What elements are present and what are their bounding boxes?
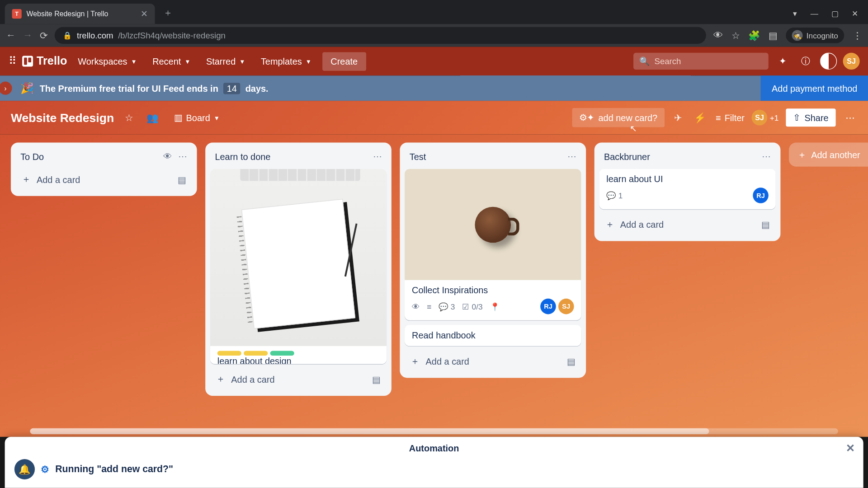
plus-icon: ＋ [410, 356, 420, 367]
board-view-switcher[interactable]: ▥Board▼ [169, 109, 224, 126]
menu-templates[interactable]: Templates▼ [256, 52, 316, 70]
list-title[interactable]: Backbruner [604, 151, 650, 162]
card[interactable]: learn about UI 💬 1 RJ [599, 169, 775, 209]
template-icon[interactable]: ▤ [372, 374, 381, 385]
share-icon: ⇧ [793, 112, 801, 123]
reload-icon[interactable]: ⟳ [40, 30, 47, 41]
compass-icon[interactable]: ✦ [774, 53, 791, 70]
expand-sidebar-button[interactable]: › [0, 82, 12, 95]
template-icon[interactable]: ▤ [178, 174, 186, 185]
bolt-icon[interactable]: ⚡ [692, 109, 708, 126]
chevron-down-icon: ▼ [239, 58, 245, 65]
close-window-icon[interactable]: ✕ [852, 9, 859, 18]
member-avatar[interactable]: RJ [540, 299, 556, 314]
visibility-icon[interactable]: 👥 [144, 109, 161, 126]
scrollbar-thumb[interactable] [30, 428, 708, 434]
close-icon[interactable]: ✕ [846, 441, 855, 455]
menu-workspaces[interactable]: Workspaces▼ [73, 52, 142, 70]
board-title[interactable]: Website Redesign [11, 111, 114, 125]
label-icon[interactable] [244, 351, 268, 356]
board-icon: ▥ [174, 112, 183, 123]
close-tab-icon[interactable]: ✕ [141, 9, 148, 19]
new-tab-button[interactable]: ＋ [163, 7, 173, 19]
kebab-menu-icon[interactable]: ⋮ [853, 30, 862, 41]
watch-icon[interactable]: 👁 [163, 151, 172, 162]
search-input[interactable]: 🔍Search [633, 53, 769, 70]
create-button[interactable]: Create [322, 52, 366, 70]
extensions-icon[interactable]: 🧩 [748, 30, 760, 41]
card-cover [405, 169, 581, 280]
apps-grid-icon[interactable]: ⠿ [9, 55, 16, 68]
chevron-down-icon[interactable]: ▾ [793, 9, 797, 18]
member-avatar[interactable]: SJ [558, 299, 574, 314]
share-button[interactable]: ⇧Share [786, 108, 835, 127]
star-board-icon[interactable]: ☆ [123, 109, 136, 126]
list-menu-icon[interactable]: ⋯ [567, 151, 576, 162]
list-title[interactable]: Test [410, 151, 426, 162]
chevron-down-icon: ▼ [131, 58, 137, 65]
template-icon[interactable]: ▤ [567, 356, 576, 367]
rocket-icon[interactable]: ✈ [672, 109, 684, 126]
card[interactable]: Read handbook [405, 325, 581, 346]
eye-off-icon[interactable]: 👁︎ [713, 30, 723, 41]
star-icon[interactable]: ☆ [731, 30, 740, 41]
trello-logo[interactable]: Trello [22, 55, 67, 68]
add-card-button[interactable]: ＋Add a card▤ [405, 351, 581, 372]
automation-title: Automation [409, 443, 459, 453]
incognito-badge[interactable]: 🕵Incognito [786, 28, 844, 43]
card-title: Read handbook [405, 325, 581, 346]
add-card-button[interactable]: ＋Add a card▤ [16, 169, 192, 190]
list-menu-icon[interactable]: ⋯ [373, 151, 382, 162]
plus-icon: ＋ [216, 374, 225, 385]
trial-banner: › 🎉 The Premium free trial for UI Feed e… [0, 75, 868, 101]
chevron-down-icon: ▼ [214, 114, 220, 121]
forward-icon[interactable]: → [23, 30, 32, 41]
board-menu-icon[interactable]: ⋯ [843, 109, 858, 126]
plus-icon: ＋ [22, 174, 31, 185]
back-icon[interactable]: ← [6, 30, 15, 41]
automation-add-card-button[interactable]: ⚙✦ add new card? ↖ [572, 108, 665, 127]
theme-toggle-icon[interactable] [820, 53, 837, 70]
automation-status: Running "add new card?" [55, 464, 173, 475]
menu-recent[interactable]: Recent▼ [148, 52, 195, 70]
board-members[interactable]: SJ+1 [752, 110, 779, 126]
add-list-button[interactable]: ＋Add another [789, 143, 868, 167]
label-icon[interactable] [217, 351, 241, 356]
add-card-button[interactable]: ＋Add a card▤ [210, 369, 387, 390]
template-icon[interactable]: ▤ [761, 219, 770, 230]
card[interactable]: Collect Inspirations 👁 ≡ 💬 3 ☑ 0/3 📍 RJ … [405, 169, 581, 320]
chevron-down-icon: ▼ [306, 58, 311, 65]
horizontal-scrollbar[interactable] [30, 428, 838, 434]
minimize-icon[interactable]: — [811, 9, 818, 18]
filter-icon: ≡ [716, 113, 721, 123]
incognito-icon: 🕵 [792, 30, 803, 41]
member-avatar[interactable]: RJ [753, 188, 769, 204]
menu-starred[interactable]: Starred▼ [201, 52, 250, 70]
trello-favicon: T [12, 9, 22, 19]
filter-button[interactable]: ≡Filter [716, 113, 745, 123]
maximize-icon[interactable]: ▢ [831, 9, 839, 18]
card-title: Collect Inspirations [412, 285, 574, 296]
user-avatar[interactable]: SJ [843, 53, 860, 70]
trello-logo-icon [22, 56, 33, 67]
list-title[interactable]: To Do [20, 151, 44, 162]
side-panel-icon[interactable]: ▤ [769, 30, 778, 41]
watch-icon: 👁 [412, 302, 420, 311]
browser-tab[interactable]: T Website Redesign | Trello ✕ [5, 4, 155, 24]
list-menu-icon[interactable]: ⋯ [178, 151, 187, 162]
lock-icon: 🔒 [63, 31, 72, 40]
list-menu-icon[interactable]: ⋯ [762, 151, 771, 162]
add-card-button[interactable]: ＋Add a card▤ [599, 214, 775, 235]
add-payment-button[interactable]: Add payment method [761, 75, 868, 101]
comments-badge: 💬 3 [439, 302, 455, 311]
trello-topbar: ⠿ Trello Workspaces▼ Recent▼ Starred▼ Te… [0, 47, 868, 76]
url-field[interactable]: 🔒 trello.com/b/lzcfSh4q/website-redesign [55, 27, 706, 44]
help-icon[interactable]: ⓘ [797, 53, 814, 70]
plus-icon: ＋ [605, 219, 614, 230]
card[interactable]: learn about design [210, 169, 387, 364]
board-canvas[interactable]: To Do👁⋯ ＋Add a card▤ Learn to done⋯ lear… [0, 134, 868, 436]
list-title[interactable]: Learn to done [215, 151, 270, 162]
chevron-down-icon: ▼ [184, 58, 190, 65]
list-todo: To Do👁⋯ ＋Add a card▤ [11, 143, 197, 196]
label-icon[interactable] [270, 351, 294, 356]
